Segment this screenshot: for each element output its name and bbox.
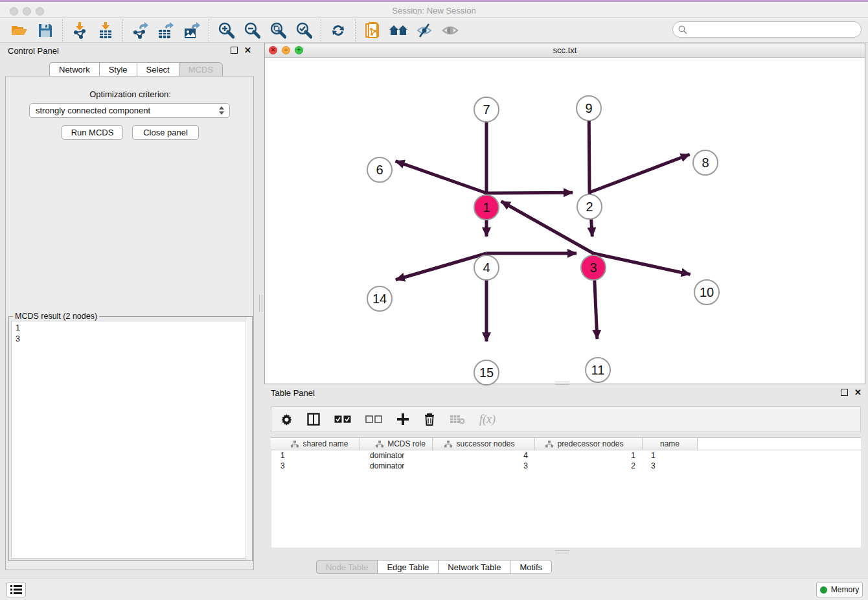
hierarchy-icon xyxy=(291,441,299,448)
tab-edge-table[interactable]: Edge Table xyxy=(378,560,439,574)
graph-node-4[interactable]: 4 xyxy=(474,255,499,281)
delete-row-button[interactable] xyxy=(424,413,435,426)
show-preview-button[interactable] xyxy=(437,20,463,41)
control-panel-window-controls: ✕ xyxy=(231,47,251,54)
graph-node-3[interactable]: 3 xyxy=(580,255,606,281)
show-column-button[interactable] xyxy=(307,413,320,426)
table-settings-button[interactable] xyxy=(280,413,293,426)
import-table-button[interactable] xyxy=(93,20,119,41)
zoom-out-icon xyxy=(244,22,260,39)
graph-node-7[interactable]: 7 xyxy=(474,97,499,122)
horizontal-splitter-handle[interactable] xyxy=(555,382,569,385)
graph-node-11[interactable]: 11 xyxy=(585,357,611,383)
cell-name[interactable]: 3 xyxy=(643,461,698,470)
import-network-button[interactable] xyxy=(67,20,93,41)
float-panel-icon[interactable] xyxy=(841,389,848,396)
export-network-icon xyxy=(131,22,148,39)
cell-successor-nodes[interactable]: 4 xyxy=(433,451,536,460)
mcds-result-text[interactable]: 1 3 xyxy=(11,321,250,559)
table-splitter-handle[interactable] xyxy=(555,550,569,553)
cell-name[interactable]: 1 xyxy=(643,451,698,460)
graph-node-8[interactable]: 8 xyxy=(692,150,718,176)
select-all-button[interactable] xyxy=(334,415,351,423)
close-panel-button[interactable]: Close panel xyxy=(132,125,199,140)
apply-layout-home-button[interactable] xyxy=(385,20,411,41)
column-label: MCDS role xyxy=(387,439,426,448)
cell-shared-name[interactable]: 1 xyxy=(271,451,361,460)
column-label: shared name xyxy=(303,439,348,448)
eye-slash-icon xyxy=(416,23,433,38)
open-session-button[interactable] xyxy=(6,20,32,41)
tab-network-table[interactable]: Network Table xyxy=(439,560,510,574)
cell-predecessor-nodes[interactable]: 2 xyxy=(536,461,643,470)
cell-mcds-role[interactable]: dominator xyxy=(361,461,433,470)
list-icon xyxy=(10,585,22,594)
float-panel-icon[interactable] xyxy=(231,47,238,54)
add-row-button[interactable] xyxy=(396,413,409,426)
graph-node-14[interactable]: 14 xyxy=(367,286,393,312)
graph-node-2[interactable]: 2 xyxy=(577,194,602,220)
network-canvas[interactable]: 7968124314101511 xyxy=(265,58,865,384)
unchecked-boxes-icon xyxy=(365,415,382,423)
export-table-button[interactable] xyxy=(153,20,179,41)
zoom-fit-button[interactable] xyxy=(265,20,291,41)
clone-network-icon xyxy=(365,21,380,40)
column-header-name[interactable]: name xyxy=(643,438,698,450)
search-input[interactable] xyxy=(687,25,861,34)
gear-icon xyxy=(280,413,293,426)
status-bar: Memory xyxy=(0,579,868,600)
column-label: predecessor nodes xyxy=(557,439,623,448)
zoom-out-button[interactable] xyxy=(239,20,265,41)
delete-table-icon xyxy=(450,414,465,424)
tab-network[interactable]: Network xyxy=(49,62,100,76)
trash-icon xyxy=(424,413,435,426)
graph-node-10[interactable]: 10 xyxy=(694,279,720,305)
export-network-button[interactable] xyxy=(127,20,153,41)
search-field[interactable] xyxy=(672,21,862,38)
cell-shared-name[interactable]: 3 xyxy=(271,461,361,470)
memory-button[interactable]: Memory xyxy=(816,582,863,597)
edge-layer xyxy=(265,58,865,384)
network-window: ✕ − + scc.txt 7968124314101511 xyxy=(264,43,865,384)
tab-select[interactable]: Select xyxy=(137,62,179,76)
close-panel-icon[interactable]: ✕ xyxy=(854,389,862,396)
column-header-predecessor-nodes[interactable]: predecessor nodes xyxy=(535,438,643,450)
run-mcds-button[interactable]: Run MCDS xyxy=(62,125,123,140)
close-panel-icon[interactable]: ✕ xyxy=(244,47,251,54)
tab-node-table[interactable]: Node Table xyxy=(316,560,378,574)
cell-successor-nodes[interactable]: 3 xyxy=(433,461,536,470)
vertical-splitter-handle[interactable] xyxy=(259,295,262,312)
zoom-in-button[interactable] xyxy=(213,20,239,41)
memory-label: Memory xyxy=(831,585,859,594)
save-session-button[interactable] xyxy=(32,20,58,41)
network-window-titlebar[interactable]: ✕ − + scc.txt xyxy=(265,43,865,58)
graph-node-6[interactable]: 6 xyxy=(367,157,393,183)
table-row[interactable]: 3 dominator 3 2 3 xyxy=(271,461,861,471)
graph-node-1[interactable]: 1 xyxy=(474,194,499,220)
deselect-all-button[interactable] xyxy=(365,415,382,423)
export-image-button[interactable] xyxy=(179,20,205,41)
tab-motifs[interactable]: Motifs xyxy=(510,560,552,574)
zoom-in-icon xyxy=(218,22,234,39)
criterion-select[interactable]: strongly connected component xyxy=(29,103,230,118)
zoom-selected-button[interactable] xyxy=(291,20,317,41)
column-header-successor-nodes[interactable]: successor nodes xyxy=(433,438,535,450)
result-scrollbar[interactable] xyxy=(246,317,252,560)
refresh-icon xyxy=(330,23,346,38)
column-header-mcds-role[interactable]: MCDS role xyxy=(360,438,433,450)
cell-mcds-role[interactable]: dominator xyxy=(361,451,433,460)
open-folder-icon xyxy=(11,23,28,38)
column-header-shared-name[interactable]: shared name xyxy=(271,438,360,450)
clone-network-button[interactable] xyxy=(360,20,385,41)
tab-mcds[interactable]: MCDS xyxy=(179,62,223,76)
task-history-button[interactable] xyxy=(6,582,26,597)
table-row[interactable]: 1 dominator 4 1 1 xyxy=(271,450,861,461)
tab-style[interactable]: Style xyxy=(100,62,137,76)
hide-graphics-details-button[interactable] xyxy=(411,20,437,41)
toolbar-separator xyxy=(355,19,356,41)
graph-node-15[interactable]: 15 xyxy=(474,360,499,386)
cell-predecessor-nodes[interactable]: 1 xyxy=(536,451,643,460)
graph-node-9[interactable]: 9 xyxy=(576,95,602,121)
checked-boxes-icon xyxy=(334,415,351,423)
refresh-layout-button[interactable] xyxy=(325,20,351,41)
